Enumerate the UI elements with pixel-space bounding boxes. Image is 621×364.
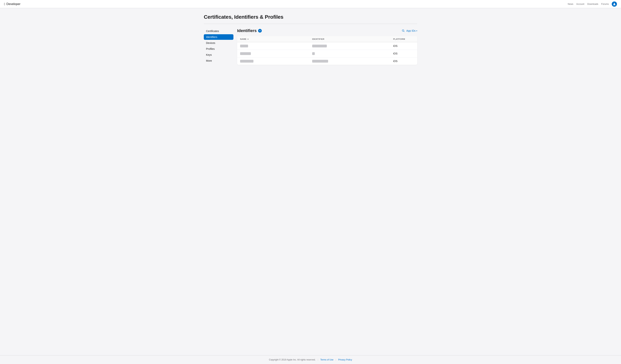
identifier-value-2 <box>312 52 315 55</box>
search-button[interactable] <box>402 29 405 32</box>
page-header: Certificates, Identifiers & Profiles <box>204 8 417 24</box>
privacy-policy-link[interactable]: Privacy Policy <box>338 358 352 361</box>
page-title: Certificates, Identifiers & Profiles <box>204 14 417 20</box>
identifiers-table: NAME ▾ IDENTIFIER PLATFORM <box>237 36 417 65</box>
sidebar-item-certificates[interactable]: Certificates <box>204 28 233 34</box>
table-row[interactable]: iOS <box>237 50 417 57</box>
cell-platform: iOS <box>390 42 417 50</box>
sidebar-item-devices[interactable]: Devices <box>204 40 233 46</box>
nav-left:  Developer <box>4 2 20 6</box>
chevron-down-icon: ▾ <box>416 30 417 32</box>
section-title-row: Identifiers + <box>237 28 262 33</box>
sidebar-item-profiles[interactable]: Profiles <box>204 46 233 52</box>
table-row[interactable]: iOS <box>237 42 417 50</box>
section-header: Identifiers + App IDs ▾ <box>237 28 417 33</box>
nav-account[interactable]: Account <box>576 3 584 5</box>
cell-identifier <box>309 57 390 65</box>
filter-row: App IDs ▾ <box>402 29 417 32</box>
developer-label: Developer <box>6 2 20 6</box>
copyright-text: Copyright © 2019 Apple Inc. All rights r… <box>269 358 316 361</box>
cell-platform: iOS <box>390 57 417 65</box>
account-avatar[interactable] <box>612 1 617 7</box>
search-icon <box>402 29 405 32</box>
main-content: Identifiers + App IDs ▾ <box>237 28 417 65</box>
apple-logo-icon:  <box>4 2 5 6</box>
sidebar-item-more[interactable]: More <box>204 58 233 64</box>
top-navigation:  Developer News Account Downloads Forum… <box>0 0 621 8</box>
column-header-identifier: IDENTIFIER <box>309 36 390 42</box>
svg-point-1 <box>402 30 404 31</box>
cell-name <box>237 57 309 65</box>
identifier-name-2 <box>240 52 251 55</box>
column-header-name: NAME ▾ <box>237 36 309 42</box>
content-area: Certificates Identifiers Devices Profile… <box>204 24 417 65</box>
add-identifier-button[interactable]: + <box>258 29 262 33</box>
nav-news[interactable]: News <box>568 3 573 5</box>
table-row[interactable]: iOS <box>237 57 417 65</box>
footer: Copyright © 2019 Apple Inc. All rights r… <box>0 355 621 364</box>
identifier-value-3 <box>312 60 328 63</box>
table-header: NAME ▾ IDENTIFIER PLATFORM <box>237 36 417 42</box>
cell-identifier <box>309 50 390 57</box>
cell-platform: iOS <box>390 50 417 57</box>
footer-separator: | <box>318 358 318 361</box>
sidebar-item-keys[interactable]: Keys <box>204 52 233 58</box>
identifier-value-1 <box>312 45 327 47</box>
sidebar-item-identifiers[interactable]: Identifiers <box>204 34 233 40</box>
svg-line-2 <box>404 31 404 32</box>
identifier-name-3 <box>240 60 253 63</box>
cell-name <box>237 42 309 50</box>
section-title: Identifiers <box>237 28 257 33</box>
terms-of-use-link[interactable]: Terms of Use <box>320 358 333 361</box>
table-body: iOS iOS <box>237 42 417 65</box>
table-header-row: NAME ▾ IDENTIFIER PLATFORM <box>237 36 417 42</box>
page-container: Certificates, Identifiers & Profiles Cer… <box>199 8 422 355</box>
person-icon <box>613 3 616 6</box>
sidebar: Certificates Identifiers Devices Profile… <box>204 28 237 65</box>
nav-forums[interactable]: Forums <box>601 3 609 5</box>
filter-dropdown-button[interactable]: App IDs ▾ <box>406 29 417 32</box>
identifier-name-1 <box>240 45 248 47</box>
sort-icon: ▾ <box>247 38 249 40</box>
filter-label: App IDs <box>406 29 415 32</box>
column-header-platform: PLATFORM <box>390 36 417 42</box>
nav-right: News Account Downloads Forums <box>568 1 617 7</box>
cell-name <box>237 50 309 57</box>
footer-separator-2: | <box>335 358 336 361</box>
nav-downloads[interactable]: Downloads <box>587 3 598 5</box>
cell-identifier <box>309 42 390 50</box>
svg-point-0 <box>614 3 615 4</box>
